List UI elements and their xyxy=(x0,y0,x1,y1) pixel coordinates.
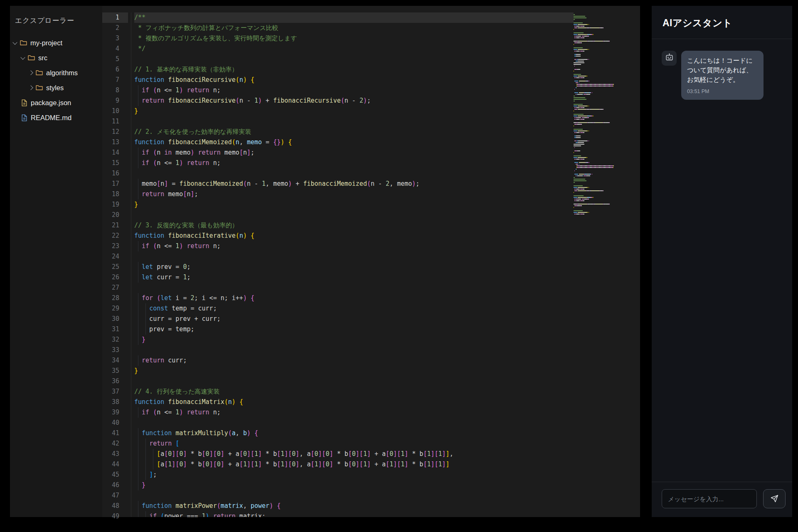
minimap-line xyxy=(574,121,618,121)
code-line[interactable]: prev = temp; xyxy=(134,324,574,335)
code-line[interactable]: * 複数のアルゴリズムを実装し、実行時間を測定します xyxy=(134,33,574,44)
code-line[interactable] xyxy=(134,168,574,179)
indent-guide xyxy=(145,459,146,470)
code-line[interactable]: let prev = 0; xyxy=(134,262,574,272)
minimap-line xyxy=(574,57,618,58)
tree-item-styles[interactable]: styles xyxy=(10,80,102,95)
tree-item-package.json[interactable]: package.json xyxy=(10,95,102,110)
line-number: 27 xyxy=(102,283,128,293)
minimap-line xyxy=(574,132,618,133)
chevron-right-icon[interactable] xyxy=(28,70,33,75)
code-line[interactable]: if (n <= 1) return n; xyxy=(134,85,574,96)
code-line[interactable]: } xyxy=(134,106,574,116)
code-line[interactable]: ]; xyxy=(134,470,574,480)
minimap-line xyxy=(574,187,618,188)
code-line[interactable]: function fibonacciIterative(n) { xyxy=(134,231,574,241)
code-line[interactable]: /** xyxy=(134,12,574,23)
code-line[interactable]: for (let i = 2; i <= n; i++) { xyxy=(134,293,574,303)
line-number: 11 xyxy=(102,116,128,127)
code-line[interactable]: [a[1][0] * b[0][0] + a[1][1] * b[1][0], … xyxy=(134,459,574,470)
code-line[interactable]: return [ xyxy=(134,438,574,449)
code-line[interactable]: */ xyxy=(134,44,574,54)
minimap-line xyxy=(574,145,618,146)
indent-guide xyxy=(145,511,146,517)
code-line[interactable]: // 4. 行列を使った高速実装 xyxy=(134,387,574,397)
code-line[interactable]: function fibonacciMemoized(n, memo = {})… xyxy=(134,137,574,148)
code-line[interactable]: * フィボナッチ数列の計算とパフォーマンス比較 xyxy=(134,23,574,33)
indent-guide xyxy=(138,501,138,511)
code-line[interactable]: return memo[n]; xyxy=(134,189,574,200)
code-line[interactable]: return curr; xyxy=(134,355,574,366)
code-editor[interactable]: 1234567891011121314151617181920212223242… xyxy=(102,6,640,517)
code-line[interactable]: memo[n] = fibonacciMemoized(n - 1, memo)… xyxy=(134,179,574,189)
minimap[interactable] xyxy=(574,14,618,217)
code-line[interactable]: function matrixPower(matrix, power) { xyxy=(134,501,574,511)
indent-guide xyxy=(138,85,138,96)
code-line[interactable]: if (n <= 1) return n; xyxy=(134,158,574,168)
line-number: 22 xyxy=(102,231,128,241)
code-line[interactable]: [a[0][0] * b[0][0] + a[0][1] * b[1][0], … xyxy=(134,449,574,459)
code-line[interactable]: } xyxy=(134,480,574,490)
code-line[interactable] xyxy=(134,283,574,293)
chevron-down-icon[interactable] xyxy=(12,40,17,44)
code-line[interactable]: function fibonacciRecursive(n) { xyxy=(134,75,574,85)
minimap-line xyxy=(574,76,618,76)
code-line[interactable] xyxy=(134,418,574,428)
code-line[interactable]: let curr = 1; xyxy=(134,272,574,283)
line-number: 10 xyxy=(102,106,128,116)
indent-guide xyxy=(138,438,138,449)
code-line[interactable] xyxy=(134,490,574,501)
minimap-line xyxy=(574,170,618,171)
code-line[interactable]: if (n in memo) return memo[n]; xyxy=(134,148,574,158)
chat-input-bar xyxy=(652,482,792,517)
code-line[interactable]: return fibonacciRecursive(n - 1) + fibon… xyxy=(134,96,574,106)
code-line[interactable] xyxy=(134,251,574,262)
chat-input[interactable] xyxy=(662,489,757,508)
tree-item-my-project[interactable]: my-project xyxy=(10,35,102,50)
code-line[interactable]: function matrixMultiply(a, b) { xyxy=(134,428,574,438)
minimap-line xyxy=(574,104,618,105)
code-line[interactable] xyxy=(134,116,574,127)
minimap-line xyxy=(574,37,618,38)
code-content[interactable]: /** * フィボナッチ数列の計算とパフォーマンス比較 * 複数のアルゴリズムを… xyxy=(131,12,574,517)
code-line[interactable]: if (n <= 1) return n; xyxy=(134,241,574,251)
code-line[interactable]: } xyxy=(134,200,574,210)
code-line[interactable]: // 1. 基本的な再帰実装（非効率） xyxy=(134,64,574,75)
indent-guide xyxy=(138,96,138,106)
send-button[interactable] xyxy=(763,489,786,508)
tree-item-algorithms[interactable]: algorithms xyxy=(10,65,102,80)
minimap-line xyxy=(574,69,618,70)
code-line[interactable]: if (power === 1) return matrix; xyxy=(134,511,574,517)
code-line[interactable] xyxy=(134,210,574,220)
minimap-line xyxy=(574,182,618,183)
line-number: 46 xyxy=(102,480,128,490)
explorer-title: エクスプローラー xyxy=(10,16,102,25)
code-line[interactable]: function fibonacciMatrix(n) { xyxy=(134,397,574,407)
minimap-line xyxy=(574,209,618,209)
tree-item-label: algorithms xyxy=(46,69,78,77)
indent-guide xyxy=(138,241,138,251)
code-line[interactable]: if (n <= 1) return n; xyxy=(134,407,574,418)
minimap-line xyxy=(574,127,618,128)
chevron-down-icon[interactable] xyxy=(20,55,25,59)
chevron-right-icon[interactable] xyxy=(28,85,33,90)
code-line[interactable] xyxy=(134,376,574,387)
line-number: 17 xyxy=(102,179,128,189)
code-line[interactable]: curr = prev + curr; xyxy=(134,314,574,324)
code-line[interactable]: } xyxy=(134,335,574,345)
tree-item-src[interactable]: src xyxy=(10,50,102,65)
minimap-line xyxy=(574,207,618,208)
tree-item-label: package.json xyxy=(31,99,71,107)
indent-guide xyxy=(145,314,146,324)
minimap-line xyxy=(574,149,618,150)
indent-guide xyxy=(138,148,138,158)
line-number: 15 xyxy=(102,158,128,168)
minimap-line xyxy=(574,157,618,158)
code-line[interactable] xyxy=(134,345,574,355)
tree-item-README.md[interactable]: README.md xyxy=(10,110,102,125)
code-line[interactable] xyxy=(134,54,574,64)
code-line[interactable]: const temp = curr; xyxy=(134,303,574,314)
code-line[interactable]: // 2. メモ化を使った効率的な再帰実装 xyxy=(134,127,574,137)
code-line[interactable]: // 3. 反復的な実装（最も効率的） xyxy=(134,220,574,231)
code-line[interactable]: } xyxy=(134,366,574,376)
